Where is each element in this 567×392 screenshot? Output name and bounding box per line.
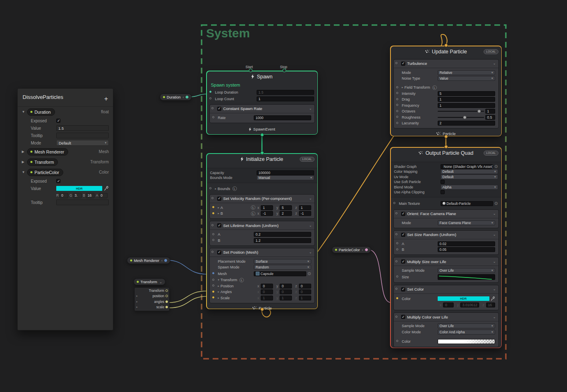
expander-icon[interactable]: ▸ <box>218 212 220 215</box>
hdr-color-swatch[interactable]: HDR <box>438 296 489 301</box>
collapse-icon[interactable]: ‹ <box>362 248 363 252</box>
mesh-renderer-parameter-node[interactable]: Mesh Renderer ‹ <box>127 257 170 264</box>
scale-y[interactable]: 1 <box>280 296 292 300</box>
field-transform-port[interactable] <box>396 86 398 88</box>
block-enabled-checkbox[interactable] <box>401 212 405 216</box>
mesh-port[interactable] <box>212 272 214 274</box>
intensity-port[interactable] <box>396 92 398 94</box>
main-texture-port[interactable] <box>393 202 395 204</box>
roughness-port[interactable] <box>396 116 398 118</box>
lacunarity-port[interactable] <box>396 122 398 124</box>
drag-field[interactable]: 1 <box>438 97 495 102</box>
chevron-down-icon[interactable]: ▼ <box>22 110 27 114</box>
chevron-down-icon[interactable]: ⌄ <box>493 212 496 215</box>
block-header[interactable]: Set Color ⌄ <box>394 285 498 294</box>
object-picker-icon[interactable]: ⊙ <box>494 165 498 169</box>
position-port[interactable] <box>212 284 214 287</box>
size-curve-widget[interactable] <box>438 274 495 280</box>
expander-icon[interactable]: ▸ <box>136 294 138 298</box>
block-enabled-checkbox[interactable] <box>401 315 405 319</box>
duration-parameter-node[interactable]: Duration ‹ <box>160 94 192 101</box>
expander-icon[interactable]: ▸ <box>218 284 220 288</box>
position-x[interactable]: 0 <box>261 284 273 289</box>
expander-icon[interactable]: ▸ <box>218 296 220 300</box>
collapse-icon[interactable]: ‹ <box>161 259 163 263</box>
loop-duration-field[interactable]: 1.5 <box>257 90 314 95</box>
loop-count-port[interactable] <box>209 97 211 99</box>
alpha-clipping-checkbox[interactable] <box>441 190 445 194</box>
mode-dropdown[interactable]: Relative▾ <box>438 70 495 75</box>
gradient-port[interactable] <box>396 340 398 342</box>
eyedropper-icon[interactable] <box>104 186 109 191</box>
multiply-size-block[interactable]: Multiply Size over Life ⌄ Sample Mode Ov… <box>393 257 499 283</box>
loop-count-field[interactable]: 1 <box>257 96 314 101</box>
block-header[interactable]: Multiply Color over Life ⌄ <box>394 313 498 321</box>
g-field[interactable]: 3. <box>73 193 82 198</box>
position-pin-port[interactable] <box>165 295 168 297</box>
orient-mode-dropdown[interactable]: Face Camera Plane▾ <box>438 220 495 225</box>
color-x-field[interactable]: 0 <box>443 303 454 307</box>
parameter-pill[interactable]: Duration <box>27 108 55 116</box>
spawn-context[interactable]: Start Stop Spawn Spawn system Loop Durat… <box>206 71 318 135</box>
transform-port[interactable] <box>212 279 214 281</box>
update-output-port[interactable] <box>444 135 448 138</box>
placement-mode-dropdown[interactable]: Surface▾ <box>254 259 311 264</box>
lacunarity-field[interactable]: 2 <box>438 121 495 126</box>
block-enable-port[interactable] <box>211 107 213 109</box>
transform-pin-port[interactable] <box>165 289 168 292</box>
chevron-right-icon[interactable]: ▶ <box>22 150 27 154</box>
r-field[interactable]: 0 <box>60 193 68 198</box>
spawn-mode-dropdown[interactable]: Random▾ <box>254 265 311 270</box>
block-header[interactable]: Orient: Face Camera Plane ⌄ <box>394 210 498 218</box>
scale-pin-port[interactable] <box>165 306 168 308</box>
block-enabled-checkbox[interactable] <box>401 62 405 66</box>
size-b-field[interactable]: 0.05 <box>438 247 495 252</box>
node-title-bar[interactable]: Initialize Particle LOCAL <box>207 154 317 165</box>
parameter-pill[interactable]: Transform <box>27 158 58 166</box>
size-a-field[interactable]: 0.02 <box>438 241 495 246</box>
chevron-down-icon[interactable]: ⌄ <box>309 197 312 200</box>
duration-output-port[interactable] <box>186 96 188 99</box>
parameter-pill[interactable]: ParticleColor <box>27 169 63 176</box>
add-parameter-button[interactable]: + <box>104 95 108 103</box>
gradient-widget[interactable] <box>438 339 495 344</box>
block-enable-port[interactable] <box>211 224 213 226</box>
slider-knob[interactable] <box>463 116 466 119</box>
eyedropper-icon[interactable] <box>491 296 495 301</box>
lifetime-a-port[interactable] <box>212 233 214 235</box>
duration-value-field[interactable]: 1.5 <box>56 125 109 131</box>
b-field[interactable]: 16 <box>86 193 94 198</box>
mesh-object-field[interactable]: Capsule <box>254 271 307 276</box>
blackboard-panel[interactable]: DissolveParticles + ▼ Duration float Exp… <box>17 88 113 330</box>
object-picker-icon[interactable]: ⊙ <box>308 272 311 276</box>
block-header[interactable]: Turbulence ⌄ <box>394 60 498 68</box>
set-position-mesh-block[interactable]: Set Position (Mesh) ⌄ Placement Mode Sur… <box>209 248 315 303</box>
scale-pin-row[interactable]: ▸ scale <box>135 305 169 310</box>
orient-block[interactable]: Orient: Face Camera Plane ⌄ Mode Face Ca… <box>393 209 499 228</box>
block-header[interactable]: Set Velocity Random (Per-component) ⌄ <box>210 195 314 203</box>
sample-mode-dropdown[interactable]: Over Life▾ <box>438 268 495 273</box>
angles-pin-port[interactable] <box>165 300 168 303</box>
velocity-b-x[interactable]: -1 <box>261 211 273 216</box>
angles-z[interactable]: 0 <box>299 289 311 294</box>
output-context[interactable]: Output Particle Quad LOCAL Shader Graph … <box>390 147 502 348</box>
a-field[interactable]: 0 <box>99 193 108 198</box>
initialize-context[interactable]: Initialize Particle LOCAL Capacity 10000… <box>206 153 318 309</box>
sample-mode-dropdown[interactable]: Over Life▾ <box>438 323 495 328</box>
block-enable-port[interactable] <box>395 260 397 262</box>
block-enabled-checkbox[interactable] <box>401 287 405 291</box>
particlecolor-output-port[interactable] <box>365 248 368 251</box>
scale-port[interactable] <box>212 296 214 298</box>
loop-duration-port[interactable] <box>209 91 211 93</box>
bounds-port[interactable] <box>209 187 211 189</box>
space-badge[interactable]: L <box>251 205 255 210</box>
position-y[interactable]: 0 <box>280 284 292 289</box>
block-enable-port[interactable] <box>395 62 397 64</box>
velocity-b-z[interactable]: -1 <box>299 211 311 216</box>
block-header[interactable]: Set Lifetime Random (Uniform) ⌄ <box>210 221 314 230</box>
color-y-field[interactable]: 3.010612 <box>460 303 479 307</box>
chevron-down-icon[interactable]: ⌄ <box>493 287 496 291</box>
color-tooltip-field[interactable] <box>56 199 109 205</box>
node-title-bar[interactable]: Spawn <box>207 71 317 82</box>
noise-type-dropdown[interactable]: Value▾ <box>438 76 495 81</box>
